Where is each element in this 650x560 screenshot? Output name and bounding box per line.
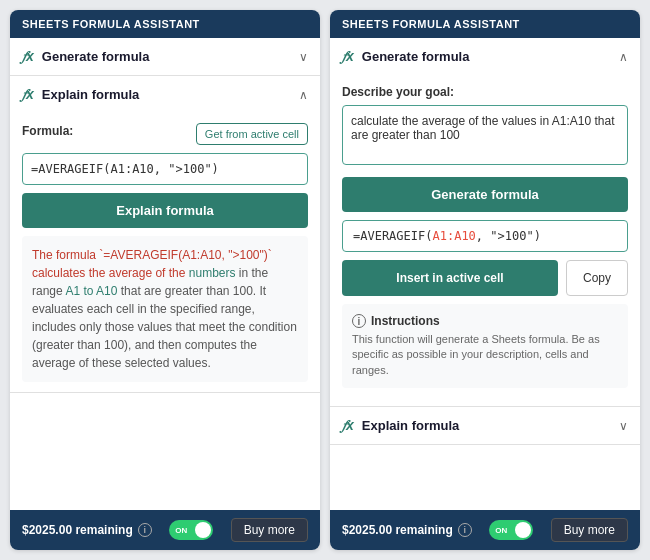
left-generate-title: Generate formula [42, 49, 150, 64]
explain-formula-button[interactable]: Explain formula [22, 193, 308, 228]
right-panel-footer: $2025.00 remaining i ON Buy more [330, 510, 640, 550]
left-panel-footer: $2025.00 remaining i ON Buy more [10, 510, 320, 550]
left-toggle-label: ON [175, 526, 187, 535]
left-panel-header: SHEETS FORMULA ASSISTANT [10, 10, 320, 38]
right-remaining: $2025.00 remaining i [342, 523, 472, 537]
right-generate-content: Describe your goal: calculate the averag… [330, 75, 640, 406]
left-panel: SHEETS FORMULA ASSISTANT 𝑓x Generate for… [10, 10, 320, 550]
instructions-title: i Instructions [352, 314, 618, 328]
left-remaining: $2025.00 remaining i [22, 523, 152, 537]
action-row: Insert in active cell Copy [342, 260, 628, 296]
insert-active-cell-button[interactable]: Insert in active cell [342, 260, 558, 296]
left-explain-section: 𝑓x Explain formula ∧ Formula: Get from a… [10, 76, 320, 393]
right-buy-button[interactable]: Buy more [551, 518, 628, 542]
right-toggle-switch[interactable]: ON [489, 520, 533, 540]
formula-icon-left-explain: 𝑓x [22, 86, 34, 103]
right-generate-title: Generate formula [362, 49, 470, 64]
right-explain-title: Explain formula [362, 418, 460, 433]
get-active-cell-button[interactable]: Get from active cell [196, 123, 308, 145]
right-explain-section: 𝑓x Explain formula ∨ [330, 407, 640, 445]
generate-formula-button[interactable]: Generate formula [342, 177, 628, 212]
left-generate-section: 𝑓x Generate formula ∨ [10, 38, 320, 76]
copy-button[interactable]: Copy [566, 260, 628, 296]
right-toggle-label: ON [495, 526, 507, 535]
goal-label: Describe your goal: [342, 85, 628, 99]
formula-label: Formula: [22, 124, 73, 138]
right-explain-chevron: ∨ [619, 419, 628, 433]
info-icon-right[interactable]: i [458, 523, 472, 537]
right-panel: SHEETS FORMULA ASSISTANT 𝑓x Generate for… [330, 10, 640, 550]
formula-icon-left-generate: 𝑓x [22, 48, 34, 65]
left-toggle-knob [195, 522, 211, 538]
explanation-box: The formula `=AVERAGEIF(A1:A10, ">100")`… [22, 236, 308, 382]
left-toggle-container[interactable]: ON [169, 520, 213, 540]
instructions-text: This function will generate a Sheets for… [352, 332, 618, 378]
right-generate-header[interactable]: 𝑓x Generate formula ∧ [330, 38, 640, 75]
result-formula-box: =AVERAGEIF(A1:A10, ">100") [342, 220, 628, 252]
formula-row: Formula: Get from active cell [22, 123, 308, 145]
right-toggle-container[interactable]: ON [489, 520, 533, 540]
info-icon-left[interactable]: i [138, 523, 152, 537]
right-panel-header: SHEETS FORMULA ASSISTANT [330, 10, 640, 38]
right-generate-chevron: ∧ [619, 50, 628, 64]
instructions-info-icon: i [352, 314, 366, 328]
left-generate-chevron: ∨ [299, 50, 308, 64]
left-panel-body: 𝑓x Generate formula ∨ 𝑓x Explain formula… [10, 38, 320, 510]
right-toggle-knob [515, 522, 531, 538]
right-explain-header[interactable]: 𝑓x Explain formula ∨ [330, 407, 640, 444]
left-toggle-switch[interactable]: ON [169, 520, 213, 540]
formula-input-left[interactable] [22, 153, 308, 185]
left-generate-header[interactable]: 𝑓x Generate formula ∨ [10, 38, 320, 75]
right-generate-section: 𝑓x Generate formula ∧ Describe your goal… [330, 38, 640, 407]
goal-textarea[interactable]: calculate the average of the values in A… [342, 105, 628, 165]
formula-icon-right-explain: 𝑓x [342, 417, 354, 434]
left-explain-title: Explain formula [42, 87, 140, 102]
left-explain-header[interactable]: 𝑓x Explain formula ∧ [10, 76, 320, 113]
left-buy-button[interactable]: Buy more [231, 518, 308, 542]
right-panel-body: 𝑓x Generate formula ∧ Describe your goal… [330, 38, 640, 510]
left-explain-content: Formula: Get from active cell Explain fo… [10, 113, 320, 392]
instructions-box: i Instructions This function will genera… [342, 304, 628, 388]
left-explain-chevron: ∧ [299, 88, 308, 102]
formula-icon-right-generate: 𝑓x [342, 48, 354, 65]
